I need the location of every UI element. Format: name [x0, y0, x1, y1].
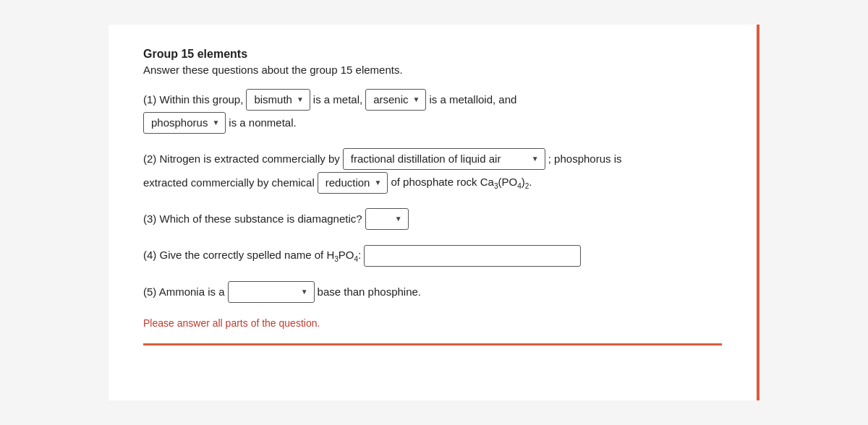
q2-dropdown1-value: fractional distillation of liquid air — [351, 148, 527, 170]
q2-dropdown2[interactable]: reduction ▼ — [318, 172, 388, 194]
warning-text: Please answer all parts of the question. — [143, 317, 722, 329]
q2-dropdown2-arrow: ▼ — [374, 176, 381, 190]
q2-suffix-text: of phosphate rock Ca3(PO4)2. — [391, 171, 532, 194]
q1-dropdown3[interactable]: phosphorus ▼ — [143, 112, 226, 134]
question-4: (4) Give the correctly spelled name of H… — [143, 244, 722, 267]
q2-extracted-text: extracted commercially by chemical — [143, 172, 315, 194]
q1-dropdown3-value: phosphorus — [151, 112, 208, 134]
q1-dropdown2-arrow: ▼ — [413, 93, 420, 107]
q5-dropdown[interactable]: ▼ — [228, 281, 315, 303]
q1-text2: is a metalloid, and — [429, 89, 516, 111]
q1-dropdown3-arrow: ▼ — [212, 116, 219, 130]
q1-prefix: (1) Within this group, — [143, 89, 243, 111]
q5-dropdown-arrow: ▼ — [301, 285, 308, 299]
q3-dropdown-arrow: ▼ — [395, 212, 402, 226]
main-card: Group 15 elements Answer these questions… — [109, 25, 760, 400]
bottom-divider — [143, 343, 722, 345]
q5-suffix: base than phosphine. — [318, 281, 421, 303]
q3-text: (3) Which of these substance is diamagne… — [143, 208, 362, 230]
question-2: (2) Nitrogen is extracted commercially b… — [143, 148, 722, 194]
q3-dropdown[interactable]: ▼ — [365, 208, 409, 230]
q1-dropdown1-arrow: ▼ — [297, 93, 304, 107]
q2-dropdown2-value: reduction — [326, 172, 370, 194]
q1-dropdown2-value: arsenic — [373, 89, 408, 111]
q1-dropdown2[interactable]: arsenic ▼ — [365, 89, 426, 111]
q1-dropdown1-value: bismuth — [254, 89, 292, 111]
q1-dropdown1[interactable]: bismuth ▼ — [246, 89, 310, 111]
question-3: (3) Which of these substance is diamagne… — [143, 208, 722, 230]
q2-middle-text: ; phosphorus is — [548, 148, 622, 170]
q2-dropdown1[interactable]: fractional distillation of liquid air ▼ — [343, 148, 545, 170]
q5-prefix: (5) Ammonia is a — [143, 281, 225, 303]
q2-dropdown1-arrow: ▼ — [532, 152, 539, 166]
q1-text3: is a nonmetal. — [229, 112, 296, 134]
card-subtitle: Answer these questions about the group 1… — [143, 64, 722, 76]
q1-text1: is a metal, — [313, 89, 362, 111]
q4-text: (4) Give the correctly spelled name of H… — [143, 244, 361, 267]
question-1: (1) Within this group, bismuth ▼ is a me… — [143, 89, 722, 134]
question-5: (5) Ammonia is a ▼ base than phosphine. — [143, 281, 722, 303]
q2-prefix: (2) Nitrogen is extracted commercially b… — [143, 148, 340, 170]
q4-input[interactable] — [364, 245, 581, 267]
card-title: Group 15 elements — [143, 48, 722, 61]
